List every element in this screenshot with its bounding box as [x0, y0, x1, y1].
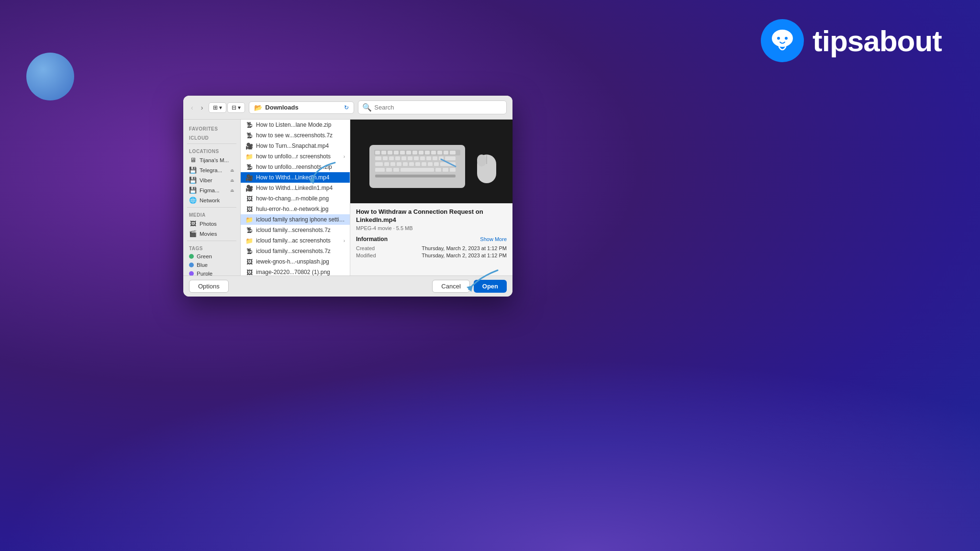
created-label: Created [356, 245, 375, 251]
sidebar-item-purple[interactable]: Purple [183, 269, 240, 276]
show-more-button[interactable]: Show More [480, 236, 507, 242]
zip-icon: 🗜 [245, 248, 253, 255]
file-item-zip4[interactable]: 🗜 icloud family...screenshots.7z [241, 225, 350, 235]
file-item-video2[interactable]: 🎥 How to Withd...LinkedIn1.mp4 [241, 183, 350, 193]
sidebar-item-viber[interactable]: 💾 Viber ⏏ [183, 175, 240, 185]
file-name: icloud family...screenshots.7z [256, 248, 345, 254]
svg-rect-7 [375, 151, 380, 154]
brand-logo: tipsabout [761, 19, 942, 62]
sidebar-divider-1 [187, 143, 236, 144]
sidebar-item-telegram[interactable]: 💾 Telegra... ⏏ [183, 165, 240, 175]
file-name: how to see w...screenshots.7z [256, 132, 345, 139]
file-item-video-selected[interactable]: 🎥 How to Withd...LinkedIn.mp4 [241, 172, 350, 183]
svg-rect-11 [400, 151, 405, 154]
zip-icon: 🗜 [245, 121, 253, 129]
image-icon: 🖼 [245, 195, 253, 202]
file-name: how-to-chang...n-mobile.png [256, 195, 345, 202]
file-item-folder2[interactable]: 📁 icloud family...ac screenshots › [241, 235, 350, 246]
file-item-image2[interactable]: 🖼 hulu-error-ho...e-network.jpg [241, 204, 350, 214]
locations-header: Locations [183, 146, 240, 155]
sidebar: Favorites iCloud Locations 🖥 Tijana's M.… [183, 120, 241, 276]
svg-rect-17 [437, 151, 442, 154]
sidebar-item-figma[interactable]: 💾 Figma... ⏏ [183, 185, 240, 195]
zip-icon: 🗜 [245, 164, 253, 171]
sidebar-item-blue[interactable]: Blue [183, 261, 240, 269]
svg-rect-47 [435, 168, 441, 172]
drive-icon-telegram: 💾 [189, 166, 197, 174]
background-wave [0, 360, 980, 551]
folder-icon: 📁 [245, 216, 253, 223]
green-dot [189, 254, 194, 259]
search-icon: 🔍 [362, 103, 372, 112]
drive-icon-figma: 💾 [189, 187, 197, 194]
svg-rect-22 [389, 156, 394, 160]
svg-rect-39 [422, 162, 426, 166]
svg-point-2 [777, 37, 780, 40]
search-box[interactable]: 🔍 [358, 100, 507, 114]
file-item-zip5[interactable]: 🗜 icloud family...screenshots.7z [241, 246, 350, 256]
file-name: How to Listen...lane Mode.zip [256, 121, 345, 128]
sidebar-label-telegram: Telegra... [200, 167, 222, 173]
image-icon: 🖼 [245, 269, 253, 276]
movies-icon: 🎬 [189, 230, 197, 237]
file-item-folder-icloud[interactable]: 📁 icloud family sharing iphone settings … [241, 214, 350, 225]
purple-dot [189, 271, 194, 276]
svg-rect-32 [375, 162, 383, 166]
svg-rect-34 [390, 162, 395, 166]
sidebar-label-network: Network [200, 198, 220, 203]
sidebar-divider-2 [187, 207, 236, 208]
options-button[interactable]: Options [189, 280, 229, 293]
svg-rect-37 [409, 162, 414, 166]
folder-arrow-icon: › [344, 238, 345, 243]
finder-dialog: ‹ › ⊞ ▾ ⊟ ▾ 📂 Downloads ↻ 🔍 Favorites [183, 96, 512, 297]
information-label: Information [356, 236, 388, 242]
sidebar-label-movies: Movies [200, 231, 217, 237]
file-item-zip3[interactable]: 🗜 how to unfollo...reenshots .zip [241, 162, 350, 172]
file-item-video1[interactable]: 🎥 How to Turn...Snapchat.mp4 [241, 141, 350, 151]
eject-icon-viber: ⏏ [230, 178, 234, 183]
file-name: How to Turn...Snapchat.mp4 [256, 143, 345, 149]
file-item-image1[interactable]: 🖼 how-to-chang...n-mobile.png [241, 193, 350, 204]
svg-rect-46 [401, 168, 434, 172]
back-button[interactable]: ‹ [189, 103, 195, 112]
open-button[interactable]: Open [474, 280, 507, 293]
svg-rect-9 [388, 151, 392, 154]
forward-button[interactable]: › [199, 103, 205, 112]
info-row-modified: Modified Thursday, March 2, 2023 at 1:12… [356, 253, 507, 258]
file-item-image4[interactable]: 🖼 image-20220...70802 (1).png [241, 267, 350, 276]
svg-rect-44 [386, 168, 392, 172]
preview-panel: How to Withdraw a Connection Request on … [350, 120, 512, 276]
grid-view-icon: ⊟ [232, 104, 236, 111]
preview-title: How to Withdraw a Connection Request on … [356, 208, 507, 224]
video-icon: 🎥 [245, 143, 253, 150]
file-item-folder1[interactable]: 📁 how to unfollo...r screenshots › [241, 151, 350, 162]
svg-rect-28 [426, 156, 431, 160]
sidebar-item-photos[interactable]: 🖼 Photos [183, 219, 240, 229]
sidebar-label-blue: Blue [197, 262, 208, 268]
location-bar[interactable]: 📂 Downloads ↻ [249, 101, 354, 114]
sidebar-item-green[interactable]: Green [183, 252, 240, 261]
svg-rect-15 [425, 151, 430, 154]
video-icon: 🎥 [245, 185, 253, 192]
file-item-image3[interactable]: 🖼 iewek-gnos-h...-unsplash.jpg [241, 256, 350, 267]
tags-header: Tags [183, 243, 240, 252]
svg-rect-33 [384, 162, 389, 166]
file-item-zip1[interactable]: 🗜 How to Listen...lane Mode.zip [241, 120, 350, 130]
sidebar-item-network[interactable]: 🌐 Network [183, 195, 240, 205]
finder-body: Favorites iCloud Locations 🖥 Tijana's M.… [183, 120, 512, 276]
preview-thumbnail [350, 120, 512, 203]
modified-label: Modified [356, 253, 376, 258]
sidebar-label-tijanas-mac: Tijana's M... [200, 157, 229, 163]
search-input[interactable] [374, 104, 502, 111]
column-view-button[interactable]: ⊞ ▾ [209, 102, 226, 113]
sidebar-item-movies[interactable]: 🎬 Movies [183, 229, 240, 239]
svg-rect-23 [395, 156, 400, 160]
grid-view-button[interactable]: ⊟ ▾ [227, 102, 245, 113]
decorative-circle [26, 53, 74, 100]
info-row-created: Created Thursday, March 2, 2023 at 1:12 … [356, 245, 507, 251]
cancel-button[interactable]: Cancel [432, 280, 469, 293]
svg-rect-18 [444, 151, 448, 154]
file-item-zip2[interactable]: 🗜 how to see w...screenshots.7z [241, 130, 350, 141]
brand-icon [761, 19, 804, 62]
sidebar-item-tijanas-mac[interactable]: 🖥 Tijana's M... [183, 155, 240, 165]
